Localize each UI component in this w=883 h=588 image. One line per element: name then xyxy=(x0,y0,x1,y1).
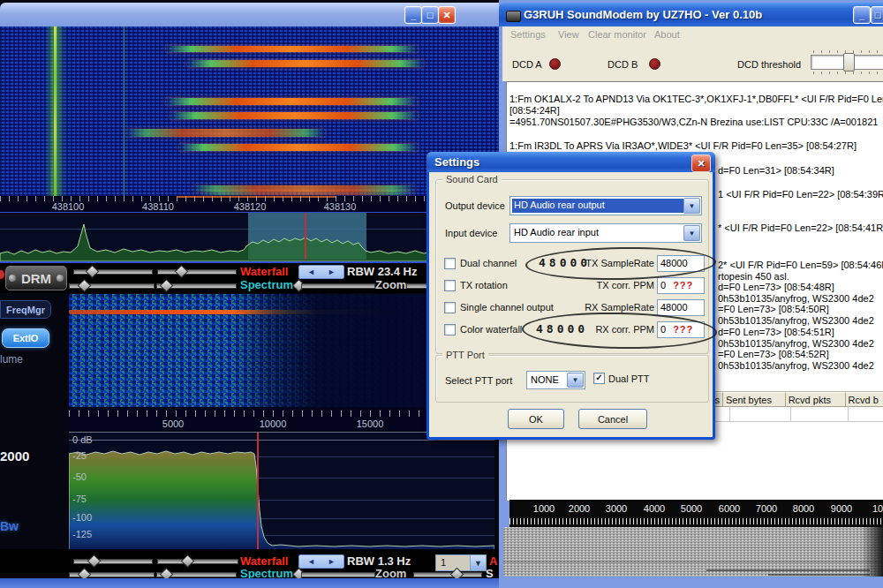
zoom-slider[interactable] xyxy=(301,572,375,577)
single-channel-output-checkbox[interactable] xyxy=(444,302,456,313)
handwritten-question-marks: ??? xyxy=(666,278,693,293)
spectrum-label[interactable]: Spectrum xyxy=(240,278,293,291)
menu-clear-monitor[interactable]: Clear monitor xyxy=(588,29,646,40)
minimize-icon[interactable]: _ xyxy=(404,6,422,24)
carrier-line xyxy=(54,26,57,196)
contrast-slider[interactable] xyxy=(157,559,238,564)
waterfall-label[interactable]: Waterfall xyxy=(240,554,288,568)
extio-label: ExtIO xyxy=(13,333,39,343)
soundmodem-titlebar[interactable]: G3RUH SoundModem by UZ7HO - Ver 0.10b _ … xyxy=(499,3,883,26)
chevron-down-icon[interactable]: ▼ xyxy=(470,555,486,570)
frequency-tick-label: 1000 xyxy=(533,503,555,514)
slider-thumb[interactable] xyxy=(86,265,100,279)
monitor-line: 1:Fm IR3DL To APRS Via IR3AO*,WIDE3* <UI… xyxy=(509,140,857,151)
right-arrow-icon[interactable]: ► xyxy=(328,557,336,566)
sdr-titlebar[interactable]: _ □ ✕ xyxy=(0,3,503,27)
monitor-line: d=F0 Len=73> [08:54:51R] xyxy=(718,327,834,337)
waterfall-arrows-button[interactable]: ◄► xyxy=(298,265,344,279)
left-arrow-icon[interactable]: ◄ xyxy=(307,268,315,276)
maximize-icon[interactable]: □ xyxy=(871,6,883,24)
rx-samplerate-label: RX SampleRate xyxy=(579,302,654,313)
dual-ptt-label[interactable]: Dual PTT xyxy=(608,373,649,384)
avg-dropdown[interactable]: 1 ▼ xyxy=(435,554,487,571)
menu-settings[interactable]: Settings xyxy=(510,29,546,40)
slider-thumb[interactable] xyxy=(843,53,855,72)
column-header[interactable]: Rcvd b xyxy=(846,392,883,407)
frequency-tick-label: 438120 xyxy=(234,201,267,212)
close-icon[interactable]: ✕ xyxy=(691,155,711,172)
slider-thumb[interactable] xyxy=(160,279,174,293)
dual-ptt-checkbox[interactable]: ✓ xyxy=(593,373,605,384)
output-device-combo[interactable]: HD Audio rear output ▼ xyxy=(509,196,702,215)
tx-corr-ppm-field[interactable]: 0 ??? xyxy=(657,277,705,294)
monitor-line: 0h53b10135/anyfrog, WS2300 4de2 xyxy=(718,315,874,326)
signal-trace xyxy=(199,191,415,195)
tick-marks xyxy=(509,518,883,524)
slider-thumb[interactable] xyxy=(87,554,102,569)
speed-slider[interactable] xyxy=(413,572,482,577)
freqmgr-button[interactable]: FreqMgr xyxy=(0,300,51,319)
signal-trace xyxy=(503,547,883,548)
audio-waterfall-display[interactable] xyxy=(69,294,424,407)
cancel-button[interactable]: Cancel xyxy=(578,409,647,429)
rf-waterfall-display[interactable] xyxy=(0,26,500,196)
monitor-line: [08:54:24R] xyxy=(509,105,560,116)
frequency-tick-label: 6000 xyxy=(719,503,740,514)
input-device-combo[interactable]: HD Audio rear input ▼ xyxy=(509,223,702,243)
chevron-down-icon[interactable]: ▼ xyxy=(683,198,700,214)
dual-channel-checkbox[interactable] xyxy=(444,258,456,269)
slider-thumb[interactable] xyxy=(78,279,92,293)
single-channel-output-label[interactable]: Single channel output xyxy=(460,302,554,313)
desktop: _ □ ✕ 438100438110438120438130 xyxy=(0,0,883,588)
menu-view[interactable]: View xyxy=(558,29,579,40)
monitor-line: rtopesin 450 asl. xyxy=(718,271,789,282)
bandwidth-label-partial: Bw xyxy=(0,519,19,533)
ptt-port-combo[interactable]: NONE ▼ xyxy=(526,371,585,389)
zoom-slider[interactable] xyxy=(301,283,375,289)
rf-spectrum-display[interactable] xyxy=(0,212,500,263)
ok-button[interactable]: OK xyxy=(508,409,564,429)
maximize-icon[interactable]: □ xyxy=(421,6,439,24)
settings-dialog-titlebar[interactable]: Settings ✕ xyxy=(426,152,715,172)
freqmgr-label: FreqMgr xyxy=(6,305,45,315)
column-header[interactable]: Rcvd pkts xyxy=(786,392,846,407)
contrast-slider[interactable] xyxy=(157,269,237,275)
slider-thumb[interactable] xyxy=(181,554,195,569)
monitor-line: =F0 Len=73> [08:54:52R] xyxy=(718,349,829,359)
tx-rotation-label[interactable]: TX rotation xyxy=(460,280,508,290)
frequency-tick-label: 4000 xyxy=(644,503,665,514)
chevron-down-icon[interactable]: ▼ xyxy=(567,373,584,388)
color-waterfall-label[interactable]: Color waterfall xyxy=(460,324,522,335)
monitor-line: 0h53b10135/anyfrog, WS2300 4de2 xyxy=(718,338,874,349)
audio-spectrum-display[interactable]: 0 dB-25-50-75-100-125 xyxy=(69,432,494,550)
frequency-tick-label: 15000 xyxy=(357,418,384,429)
right-arrow-icon[interactable]: ► xyxy=(328,268,336,276)
close-icon[interactable]: ✕ xyxy=(438,6,456,24)
dialog-title: Settings xyxy=(434,155,479,169)
signal-trace xyxy=(179,144,418,151)
frequency-tick-label: 7000 xyxy=(756,503,777,514)
rf-frequency-scale[interactable]: 438100438110438120438130 xyxy=(0,196,500,212)
brightness-slider[interactable] xyxy=(73,559,153,564)
menu-about[interactable]: About xyxy=(654,29,680,40)
color-waterfall-checkbox[interactable] xyxy=(444,324,456,335)
frequency-tick-label: 2000 xyxy=(569,503,590,514)
waterfall-arrows-button[interactable]: ◄► xyxy=(298,554,344,569)
waterfall-label[interactable]: Waterfall xyxy=(240,265,288,278)
monitor-line: =F0 Len=73> [08:54:50R] xyxy=(718,304,829,314)
drm-button[interactable]: DRM xyxy=(5,266,67,290)
slider-thumb[interactable] xyxy=(175,265,189,279)
window-frame xyxy=(0,578,503,588)
extio-button[interactable]: ExtIO xyxy=(2,328,49,348)
dual-channel-label[interactable]: Dual channel xyxy=(460,258,517,268)
dcd-b-label: DCD B xyxy=(608,59,638,70)
frequency-tick-label: 438110 xyxy=(142,201,174,212)
column-header[interactable]: Sent bytes xyxy=(723,392,786,407)
minimize-icon[interactable]: _ xyxy=(853,6,871,24)
modem-waterfall-display[interactable] xyxy=(503,527,883,577)
tx-rotation-checkbox[interactable] xyxy=(444,280,456,291)
signal-trace xyxy=(503,562,883,562)
chevron-down-icon[interactable]: ▼ xyxy=(683,225,700,241)
rx-samplerate-field[interactable]: 48000 xyxy=(657,299,705,316)
left-arrow-icon[interactable]: ◄ xyxy=(307,557,315,566)
